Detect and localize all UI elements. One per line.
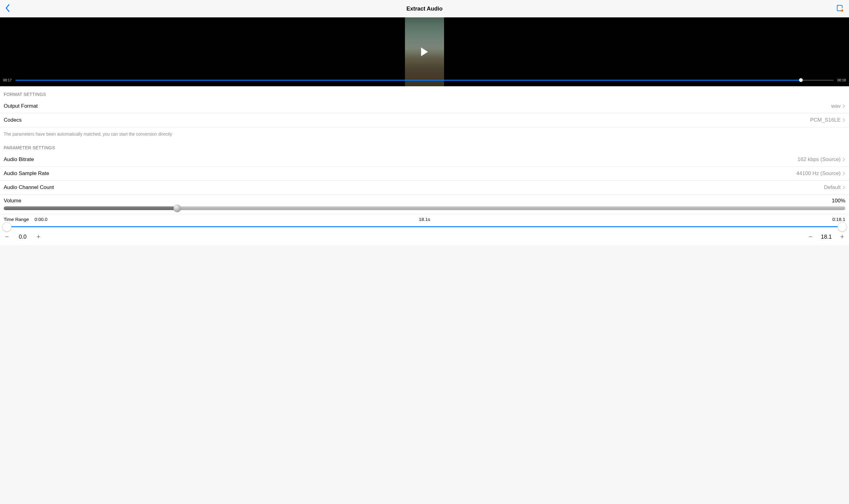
section-header-params: PARAMETER SETTINGS <box>0 140 849 153</box>
end-stepper: − 18.1 + <box>808 233 845 241</box>
start-stepper-value: 0.0 <box>17 234 29 240</box>
audio-bitrate-value: 162 kbps (Source) <box>797 157 841 163</box>
time-range-end: 0:18.1 <box>832 217 845 222</box>
row-volume: Volume 100% <box>0 195 849 214</box>
codecs-value: PCM_S16LE <box>810 117 841 123</box>
chevron-right-icon <box>843 171 845 176</box>
time-range-start: 0:00.0 <box>34 217 48 222</box>
video-total-time: 00:18 <box>836 78 846 82</box>
output-format-value: wav <box>831 103 841 109</box>
chevron-right-icon <box>843 185 845 190</box>
back-button[interactable] <box>5 4 11 14</box>
video-current-time: 00:17 <box>3 78 13 82</box>
row-codecs[interactable]: Codecs PCM_S16LE <box>0 113 849 127</box>
volume-value: 100% <box>832 198 845 204</box>
export-button[interactable] <box>836 4 844 14</box>
time-range-duration: 18.1s <box>419 217 430 222</box>
audio-channel-count-label: Audio Channel Count <box>4 184 54 191</box>
page-title: Extract Audio <box>407 5 442 12</box>
end-stepper-value: 18.1 <box>820 234 832 240</box>
start-stepper: − 0.0 + <box>4 233 41 241</box>
codecs-label: Codecs <box>4 117 22 123</box>
start-increment-button[interactable]: + <box>35 233 41 241</box>
video-seek-fill <box>16 80 801 81</box>
header: Extract Audio <box>0 0 849 17</box>
chevron-right-icon <box>843 118 845 122</box>
audio-sample-rate-value: 44100 Hz (Source) <box>796 170 841 177</box>
format-note: The parameters have been automatically m… <box>0 127 849 140</box>
time-range-end-knob[interactable] <box>837 222 847 232</box>
chevron-right-icon <box>843 104 845 108</box>
export-icon <box>836 4 844 12</box>
volume-label: Volume <box>4 198 21 204</box>
play-button[interactable] <box>421 48 428 56</box>
row-audio-channel-count[interactable]: Audio Channel Count Default <box>0 181 849 195</box>
chevron-left-icon <box>5 4 11 13</box>
audio-bitrate-label: Audio Bitrate <box>4 157 34 163</box>
volume-slider-knob[interactable] <box>174 204 181 212</box>
video-progress: 00:17 00:18 <box>3 78 846 82</box>
time-range-label: Time Range <box>4 217 29 222</box>
end-decrement-button[interactable]: − <box>808 233 814 241</box>
row-time-range: Time Range 0:00.0 18.1s 0:18.1 − 0.0 + −… <box>0 214 849 245</box>
audio-channel-count-value: Default <box>824 184 841 191</box>
time-range-slider[interactable] <box>7 226 842 227</box>
volume-slider[interactable] <box>4 206 845 210</box>
time-range-start-knob[interactable] <box>2 222 12 232</box>
output-format-label: Output Format <box>4 103 38 109</box>
chevron-right-icon <box>843 157 845 162</box>
row-audio-bitrate[interactable]: Audio Bitrate 162 kbps (Source) <box>0 153 849 167</box>
row-output-format[interactable]: Output Format wav <box>0 99 849 113</box>
video-preview: 00:17 00:18 <box>0 17 849 86</box>
video-seek-knob[interactable] <box>799 78 803 82</box>
section-header-format: FORMAT SETTINGS <box>0 86 849 99</box>
end-increment-button[interactable]: + <box>839 233 845 241</box>
volume-slider-fill <box>4 206 177 210</box>
audio-sample-rate-label: Audio Sample Rate <box>4 170 49 177</box>
start-decrement-button[interactable]: − <box>4 233 10 241</box>
video-seek-track[interactable] <box>16 80 833 81</box>
row-audio-sample-rate[interactable]: Audio Sample Rate 44100 Hz (Source) <box>0 167 849 181</box>
